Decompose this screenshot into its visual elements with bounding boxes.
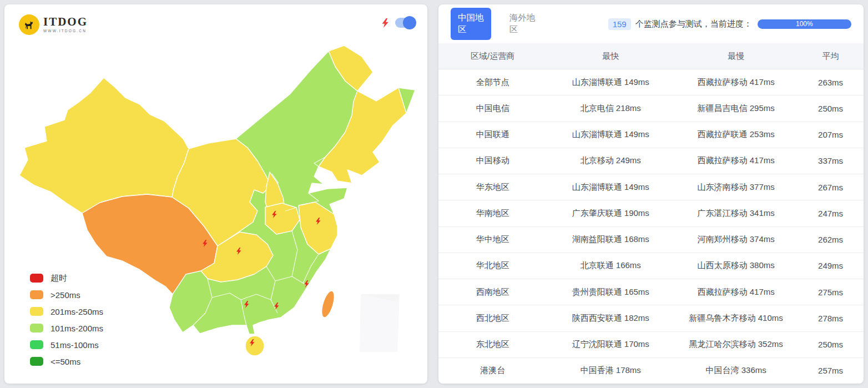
legend-label: 201ms-250ms <box>51 307 103 316</box>
legend-label: <=50ms <box>51 357 80 366</box>
table-row: 中国联通 山东淄博联通 149ms 西藏拉萨联通 253ms 207ms <box>438 122 864 148</box>
map-mode-toggle[interactable] <box>395 18 414 28</box>
cell-fastest: 北京电信 218ms <box>547 103 674 114</box>
cell-average: 275ms <box>798 288 864 297</box>
legend-item: <=50ms <box>30 353 103 370</box>
cell-fastest: 贵州贵阳联通 165ms <box>547 287 674 298</box>
map-panel: ITDOG WWW.ITDOG.CN <box>4 4 427 384</box>
cell-average: 249ms <box>798 261 864 270</box>
cell-average: 337ms <box>798 156 864 165</box>
progress-bar: 100% <box>758 19 851 29</box>
toggle-knob <box>403 16 416 29</box>
cell-region: 全部节点 <box>438 77 547 88</box>
cell-average: 262ms <box>798 235 864 244</box>
results-header: 中国地区 海外地区 159 个监测点参与测试，当前进度： 100% <box>438 4 864 43</box>
table-body: 全部节点 山东淄博联通 149ms 西藏拉萨移动 417ms 263ms 中国电… <box>438 69 864 384</box>
cell-slowest: 黑龙江哈尔滨移动 352ms <box>674 339 798 350</box>
latency-table: 区域/运营商 最快 最慢 平均 全部节点 山东淄博联通 149ms 西藏拉萨移动… <box>438 43 864 384</box>
tab-overseas[interactable]: 海外地区 <box>502 8 543 40</box>
cell-slowest: 西藏拉萨移动 417ms <box>674 155 798 166</box>
cell-average: 250ms <box>798 104 864 113</box>
table-row: 华东地区 山东淄博联通 149ms 山东济南移动 377ms 267ms <box>438 174 864 200</box>
cell-fastest: 北京移动 249ms <box>547 155 674 166</box>
table-row: 东北地区 辽宁沈阳联通 170ms 黑龙江哈尔滨移动 352ms 250ms <box>438 332 864 358</box>
cell-fastest: 陕西西安联通 182ms <box>547 313 674 324</box>
legend-item: 51ms-100ms <box>30 336 103 353</box>
progress-value: 100% <box>796 20 813 28</box>
table-header-row: 区域/运营商 最快 最慢 平均 <box>438 43 864 69</box>
legend-item: 超时 <box>30 270 103 286</box>
monitor-count-badge: 159 <box>608 18 631 30</box>
cell-region: 西南地区 <box>438 287 547 298</box>
cell-slowest: 山东济南移动 377ms <box>674 182 798 193</box>
legend-swatch <box>30 324 43 332</box>
cell-slowest: 西藏拉萨移动 417ms <box>674 287 798 298</box>
table-row: 华中地区 湖南益阳联通 168ms 河南郑州移动 374ms 262ms <box>438 227 864 253</box>
cell-region: 中国联通 <box>438 129 547 140</box>
watermark <box>360 294 400 352</box>
cell-fastest: 北京联通 166ms <box>547 260 674 271</box>
region-hainan <box>245 336 264 356</box>
table-row: 华北地区 北京联通 166ms 山西太原移动 380ms 249ms <box>438 253 864 279</box>
cell-average: 257ms <box>798 366 864 375</box>
cell-fastest: 湖南益阳联通 168ms <box>547 234 674 245</box>
region-taiwan <box>319 289 337 319</box>
col-header-average: 平均 <box>798 51 864 62</box>
col-header-slowest: 最慢 <box>674 51 798 62</box>
dog-icon <box>19 14 39 35</box>
legend-swatch <box>30 357 43 366</box>
cell-fastest: 广东肇庆联通 190ms <box>547 208 674 219</box>
cell-average: 267ms <box>798 183 864 192</box>
lightning-icon <box>382 18 389 28</box>
cell-slowest: 新疆昌吉电信 295ms <box>674 103 798 114</box>
table-row: 西南地区 贵州贵阳联通 165ms 西藏拉萨移动 417ms 275ms <box>438 279 864 305</box>
cell-average: 278ms <box>798 314 864 323</box>
cell-region: 中国移动 <box>438 155 547 166</box>
cell-region: 东北地区 <box>438 339 547 350</box>
cell-region: 华东地区 <box>438 182 547 193</box>
table-row: 中国电信 北京电信 218ms 新疆昌吉电信 295ms 250ms <box>438 95 864 122</box>
table-row: 港澳台 中国香港 178ms 中国台湾 336ms 257ms <box>438 358 864 384</box>
legend-swatch <box>30 340 43 349</box>
legend-label: 51ms-100ms <box>51 340 99 350</box>
cell-slowest: 山西太原移动 380ms <box>674 260 798 271</box>
cell-fastest: 山东淄博联通 149ms <box>547 129 674 140</box>
cell-slowest: 新疆乌鲁木齐移动 410ms <box>674 313 798 324</box>
cell-slowest: 中国台湾 336ms <box>674 365 798 376</box>
itdog-logo: ITDOG WWW.ITDOG.CN <box>19 14 88 35</box>
cell-region: 中国电信 <box>438 103 547 114</box>
region-xinjiang <box>19 78 189 213</box>
legend-swatch <box>30 290 43 299</box>
results-panel: 中国地区 海外地区 159 个监测点参与测试，当前进度： 100% 区域/运营商… <box>438 4 864 384</box>
cell-average: 250ms <box>798 340 864 349</box>
cell-region: 港澳台 <box>438 365 547 376</box>
table-row: 中国移动 北京移动 249ms 西藏拉萨移动 417ms 337ms <box>438 148 864 174</box>
cell-region: 西北地区 <box>438 313 547 324</box>
cell-fastest: 辽宁沈阳联通 170ms <box>547 339 674 350</box>
brand-subtitle: WWW.ITDOG.CN <box>43 29 88 33</box>
cell-region: 华中地区 <box>438 234 547 245</box>
cell-region: 华南地区 <box>438 208 547 219</box>
cell-slowest: 西藏拉萨联通 253ms <box>674 129 798 140</box>
progress-caption: 个监测点参与测试，当前进度： <box>635 19 752 29</box>
cell-average: 263ms <box>798 78 864 87</box>
cell-fastest: 中国香港 178ms <box>547 365 674 376</box>
table-row: 全部节点 山东淄博联通 149ms 西藏拉萨移动 417ms 263ms <box>438 69 864 95</box>
cell-slowest: 广东湛江移动 341ms <box>674 208 798 219</box>
cell-average: 207ms <box>798 130 864 139</box>
legend-swatch <box>30 307 43 316</box>
legend-label: 101ms-200ms <box>51 324 103 333</box>
tab-china[interactable]: 中国地区 <box>451 8 491 40</box>
cell-slowest: 河南郑州移动 374ms <box>674 234 798 245</box>
brand-title: ITDOG <box>43 16 88 28</box>
cell-slowest: 西藏拉萨移动 417ms <box>674 77 798 88</box>
legend-item: 201ms-250ms <box>30 303 103 320</box>
col-header-region: 区域/运营商 <box>438 51 547 62</box>
legend-label: 超时 <box>51 273 67 284</box>
legend-label: >250ms <box>51 290 80 300</box>
cell-average: 247ms <box>798 209 864 218</box>
cell-region: 华北地区 <box>438 260 547 271</box>
col-header-fastest: 最快 <box>547 51 674 62</box>
legend-item: 101ms-200ms <box>30 320 103 336</box>
legend-item: >250ms <box>30 286 103 303</box>
